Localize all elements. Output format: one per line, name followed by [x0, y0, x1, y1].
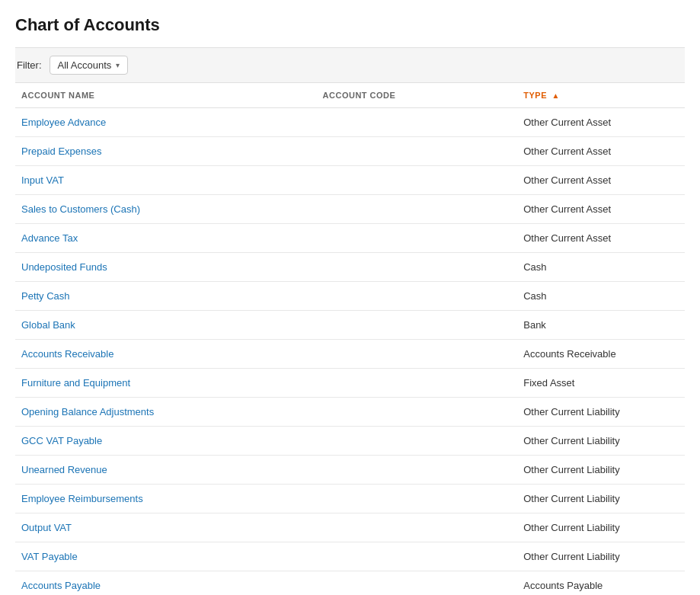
col-header-name: ACCOUNT NAME: [15, 83, 317, 108]
account-name-link[interactable]: Employee Advance: [21, 117, 106, 128]
account-name-link[interactable]: Sales to Customers (Cash): [21, 203, 140, 215]
account-code: [317, 571, 518, 596]
col-header-type[interactable]: TYPE ▲: [517, 83, 685, 108]
account-type: Accounts Payable: [517, 571, 685, 596]
table-row: Employee AdvanceOther Current Asset: [15, 108, 685, 137]
account-name-link[interactable]: Opening Balance Adjustments: [21, 406, 154, 417]
account-type: Other Current Liability: [517, 427, 685, 456]
account-code: [317, 485, 518, 513]
account-name-link[interactable]: Unearned Revenue: [21, 464, 107, 475]
account-code: [317, 398, 518, 427]
account-code: [317, 137, 518, 166]
table-row: Accounts PayableAccounts Payable: [15, 571, 685, 596]
account-name-link[interactable]: Employee Reimbursements: [21, 493, 143, 504]
table-row: Accounts ReceivableAccounts Receivable: [15, 340, 685, 369]
account-name-link[interactable]: GCC VAT Payable: [21, 435, 102, 446]
account-code: [317, 224, 518, 253]
accounts-table: ACCOUNT NAME ACCOUNT CODE TYPE ▲ Employe…: [15, 83, 685, 595]
table-row: Advance TaxOther Current Asset: [15, 224, 685, 253]
account-type: Other Current Liability: [517, 542, 685, 571]
account-code: [317, 195, 518, 224]
table-row: Employee ReimbursementsOther Current Lia…: [15, 485, 685, 513]
account-code: [317, 282, 518, 311]
account-code: [317, 166, 518, 195]
table-row: VAT PayableOther Current Liability: [15, 542, 685, 571]
table-row: Output VATOther Current Liability: [15, 513, 685, 542]
page-title: Chart of Accounts: [15, 15, 685, 35]
account-type: Cash: [517, 253, 685, 282]
account-type: Accounts Receivable: [517, 340, 685, 369]
filter-bar: Filter: All Accounts ▾: [15, 47, 685, 83]
table-row: Global BankBank: [15, 311, 685, 340]
account-name-link[interactable]: Undeposited Funds: [21, 261, 107, 273]
account-name-link[interactable]: Petty Cash: [21, 290, 70, 302]
table-row: Undeposited FundsCash: [15, 253, 685, 282]
chevron-down-icon: ▾: [116, 61, 120, 69]
table-row: GCC VAT PayableOther Current Liability: [15, 427, 685, 456]
account-type: Other Current Liability: [517, 485, 685, 513]
table-header-row: ACCOUNT NAME ACCOUNT CODE TYPE ▲: [15, 83, 685, 108]
account-name-link[interactable]: Global Bank: [21, 319, 75, 331]
account-code: [317, 369, 518, 398]
table-row: Petty CashCash: [15, 282, 685, 311]
account-code: [317, 108, 518, 137]
table-row: Prepaid ExpensesOther Current Asset: [15, 137, 685, 166]
account-type: Other Current Asset: [517, 224, 685, 253]
account-type: Other Current Asset: [517, 137, 685, 166]
sort-asc-icon: ▲: [552, 91, 560, 100]
account-type: Bank: [517, 311, 685, 340]
account-code: [317, 542, 518, 571]
account-name-link[interactable]: Input VAT: [21, 174, 64, 186]
table-row: Opening Balance AdjustmentsOther Current…: [15, 398, 685, 427]
account-type: Other Current Liability: [517, 513, 685, 542]
account-name-link[interactable]: VAT Payable: [21, 551, 78, 562]
account-type: Fixed Asset: [517, 369, 685, 398]
account-name-link[interactable]: Accounts Receivable: [21, 348, 113, 360]
account-code: [317, 340, 518, 369]
account-code: [317, 253, 518, 282]
col-header-code: ACCOUNT CODE: [317, 83, 518, 108]
account-name-link[interactable]: Output VAT: [21, 522, 72, 533]
account-type: Other Current Asset: [517, 195, 685, 224]
account-type: Other Current Asset: [517, 166, 685, 195]
account-type: Other Current Asset: [517, 108, 685, 137]
account-name-link[interactable]: Furniture and Equipment: [21, 377, 130, 389]
account-type: Other Current Liability: [517, 398, 685, 427]
page-container: Chart of Accounts Filter: All Accounts ▾…: [0, 0, 700, 595]
account-name-link[interactable]: Advance Tax: [21, 232, 78, 244]
account-code: [317, 427, 518, 456]
table-row: Unearned RevenueOther Current Liability: [15, 456, 685, 485]
account-name-link[interactable]: Prepaid Expenses: [21, 146, 102, 157]
account-code: [317, 513, 518, 542]
filter-dropdown-value: All Accounts: [58, 59, 112, 71]
table-row: Sales to Customers (Cash)Other Current A…: [15, 195, 685, 224]
account-code: [317, 311, 518, 340]
account-code: [317, 456, 518, 485]
account-name-link[interactable]: Accounts Payable: [21, 580, 101, 591]
filter-dropdown[interactable]: All Accounts ▾: [50, 56, 129, 75]
table-row: Input VATOther Current Asset: [15, 166, 685, 195]
account-type: Other Current Liability: [517, 456, 685, 485]
filter-label: Filter:: [17, 59, 42, 71]
table-row: Furniture and EquipmentFixed Asset: [15, 369, 685, 398]
account-type: Cash: [517, 282, 685, 311]
